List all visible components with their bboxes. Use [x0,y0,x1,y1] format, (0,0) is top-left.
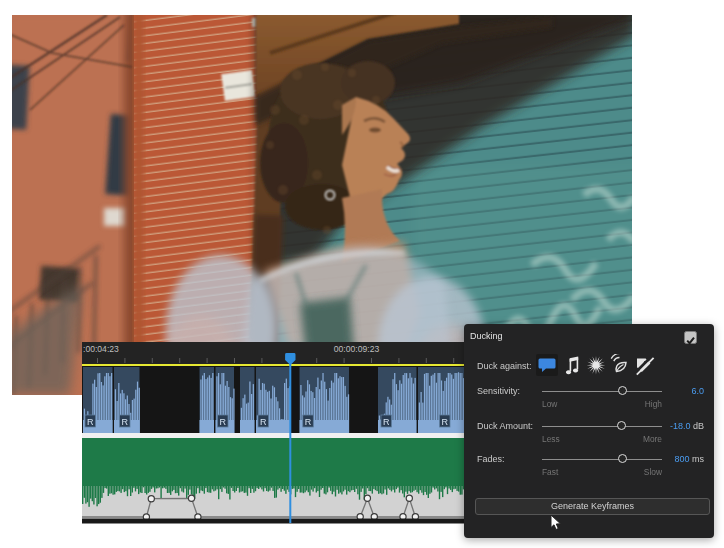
svg-text:R: R [219,417,226,427]
svg-text:R: R [441,417,448,427]
svg-text:R: R [260,417,267,427]
svg-text:R: R [87,417,94,427]
svg-text:R: R [305,417,312,427]
svg-text:R: R [383,417,390,427]
svg-text:R: R [121,417,128,427]
